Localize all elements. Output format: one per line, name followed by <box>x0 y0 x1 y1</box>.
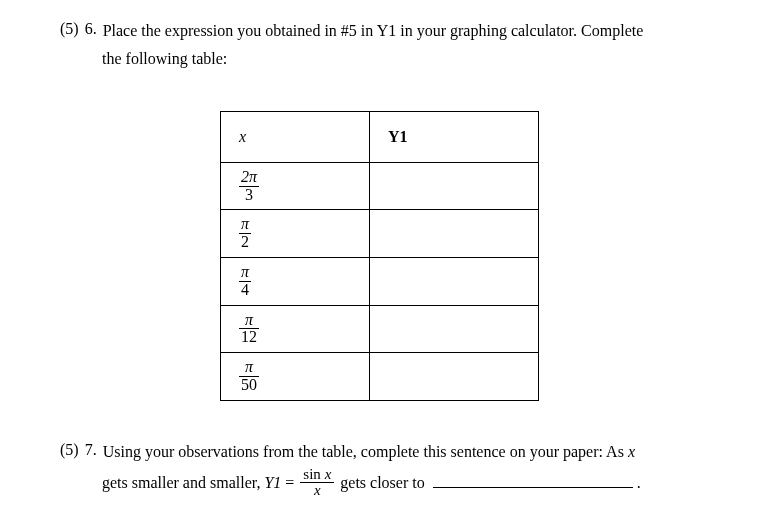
sinx-over-x: sin x x <box>300 467 334 498</box>
sin-var: x <box>325 466 332 482</box>
q7-var-x: x <box>628 443 635 460</box>
fraction-denominator: 12 <box>239 329 259 346</box>
table-row: π 4 <box>221 257 539 305</box>
fraction: 2π 3 <box>239 169 259 204</box>
fraction: π 50 <box>239 359 259 394</box>
y1-cell[interactable] <box>370 162 539 210</box>
fraction: π 4 <box>239 264 251 299</box>
q6-heading: (5) 6. Place the expression you obtained… <box>60 20 731 42</box>
table-header-y1: Y1 <box>370 111 539 162</box>
x-cell: π 12 <box>221 305 370 353</box>
q7-number: 7. <box>85 441 97 459</box>
sinx-numerator: sin x <box>300 467 334 483</box>
table-row: π 2 <box>221 210 539 258</box>
values-table: x Y1 2π 3 π 2 <box>220 111 539 401</box>
fraction: π 2 <box>239 216 251 251</box>
sin-text: sin <box>303 466 321 482</box>
table-row: π 12 <box>221 305 539 353</box>
q7-y1-label: Y1 <box>264 474 281 491</box>
fraction-numerator: 2π <box>239 169 259 187</box>
fraction-denominator: 4 <box>239 282 251 299</box>
fraction: π 12 <box>239 312 259 347</box>
fraction-denominator: 2 <box>239 234 251 251</box>
table-header-row: x Y1 <box>221 111 539 162</box>
fraction-numerator: π <box>239 264 251 282</box>
sinx-denominator: x <box>300 483 334 498</box>
y1-cell[interactable] <box>370 257 539 305</box>
q6-points: (5) <box>60 20 79 38</box>
q7-text-line2a: gets smaller and smaller, <box>102 474 260 491</box>
table-header-x: x <box>221 111 370 162</box>
y1-cell[interactable] <box>370 210 539 258</box>
q7-text-line2: gets smaller and smaller, Y1 = sin x x g… <box>102 469 731 500</box>
fraction-denominator: 50 <box>239 377 259 394</box>
q7-text-line1: Using your observations from the table, … <box>103 441 635 463</box>
fraction-denominator: 3 <box>239 187 259 204</box>
answer-blank[interactable] <box>433 471 633 488</box>
fraction-numerator: π <box>239 312 259 330</box>
q7-heading: (5) 7. Using your observations from the … <box>60 441 731 463</box>
q7-text-line2b: gets closer to <box>340 474 424 491</box>
table-row: π 50 <box>221 353 539 401</box>
x-cell: π 4 <box>221 257 370 305</box>
q7-equals: = <box>285 474 294 491</box>
x-cell: π 50 <box>221 353 370 401</box>
fraction-numerator: π <box>239 216 251 234</box>
q7-period: . <box>637 474 641 491</box>
y1-cell[interactable] <box>370 305 539 353</box>
x-cell: 2π 3 <box>221 162 370 210</box>
q7-points: (5) <box>60 441 79 459</box>
fraction-numerator: π <box>239 359 259 377</box>
question-7: (5) 7. Using your observations from the … <box>60 441 731 500</box>
x-cell: π 2 <box>221 210 370 258</box>
q6-text-line2: the following table: <box>102 48 731 70</box>
question-6: (5) 6. Place the expression you obtained… <box>60 20 731 401</box>
q7-text-line1-main: Using your observations from the table, … <box>103 443 624 460</box>
y1-cell[interactable] <box>370 353 539 401</box>
table-row: 2π 3 <box>221 162 539 210</box>
table-container: x Y1 2π 3 π 2 <box>220 111 731 401</box>
q6-text-line1: Place the expression you obtained in #5 … <box>103 20 644 42</box>
q6-number: 6. <box>85 20 97 38</box>
